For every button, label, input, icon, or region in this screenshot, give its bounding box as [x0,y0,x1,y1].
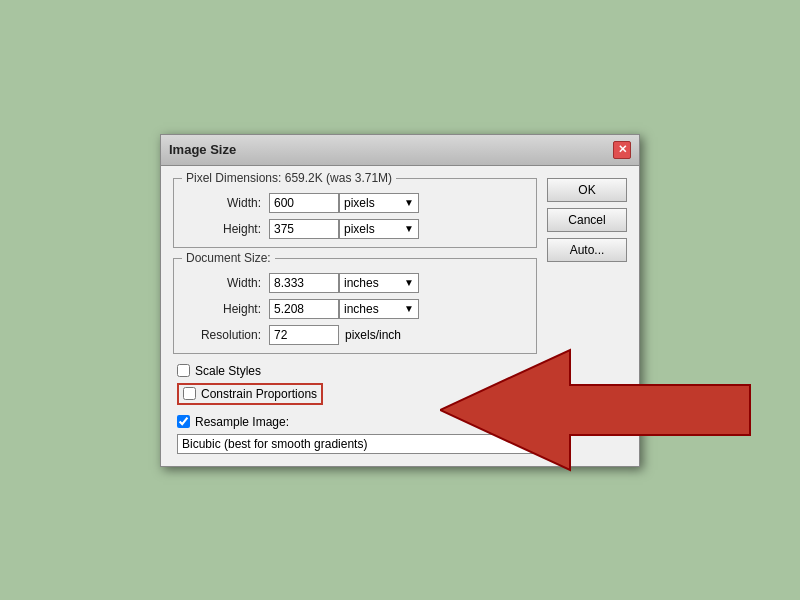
scale-styles-row: Scale Styles [177,364,533,378]
pixel-height-label: Height: [184,222,269,236]
constrain-proportions-checkbox[interactable] [183,387,196,400]
pixel-dimensions-legend: Pixel Dimensions: 659.2K (was 3.71M) [182,171,396,185]
constrain-proportions-wrapper: Constrain Proportions [177,383,533,410]
auto-button[interactable]: Auto... [547,238,627,262]
pixel-dimensions-group: Pixel Dimensions: 659.2K (was 3.71M) Wid… [173,178,537,248]
bottom-section: Scale Styles Constrain Proportions Resam… [173,364,537,454]
doc-width-label: Width: [184,276,269,290]
document-size-legend: Document Size: [182,251,275,265]
pixel-width-label: Width: [184,196,269,210]
doc-height-row: Height: inches ▼ [184,299,526,319]
resample-row: Resample Image: [177,415,533,429]
pixel-height-arrow: ▼ [398,223,414,234]
pixel-height-unit[interactable]: pixels ▼ [339,219,419,239]
pixel-width-unit[interactable]: pixels ▼ [339,193,419,213]
resample-method-arrow: ▼ [518,438,528,449]
constrain-proportions-row: Constrain Proportions [177,383,323,405]
resample-checkbox[interactable] [177,415,190,428]
image-size-dialog: Image Size ✕ Pixel Dimensions: 659.2K (w… [160,134,640,467]
dialog-left: Pixel Dimensions: 659.2K (was 3.71M) Wid… [173,178,537,454]
doc-width-unit[interactable]: inches ▼ [339,273,419,293]
dialog-titlebar: Image Size ✕ [161,135,639,166]
close-button[interactable]: ✕ [613,141,631,159]
doc-resolution-input[interactable] [269,325,339,345]
resample-method-dropdown[interactable]: Bicubic (best for smooth gradients) ▼ [177,434,533,454]
constrain-proportions-label: Constrain Proportions [201,387,317,401]
scale-styles-label: Scale Styles [195,364,261,378]
doc-height-input[interactable] [269,299,339,319]
document-size-group: Document Size: Width: inches ▼ Height: [173,258,537,354]
pixel-width-row: Width: pixels ▼ [184,193,526,213]
doc-height-arrow: ▼ [398,303,414,314]
pixel-width-arrow: ▼ [398,197,414,208]
pixel-height-row: Height: pixels ▼ [184,219,526,239]
doc-resolution-label: Resolution: [184,328,269,342]
doc-width-row: Width: inches ▼ [184,273,526,293]
outer-wrapper: Image Size ✕ Pixel Dimensions: 659.2K (w… [10,10,790,590]
ok-button[interactable]: OK [547,178,627,202]
doc-resolution-unit: pixels/inch [345,328,401,342]
dialog-body: Pixel Dimensions: 659.2K (was 3.71M) Wid… [161,166,639,466]
dialog-buttons: OK Cancel Auto... [547,178,627,454]
dialog-title: Image Size [169,142,236,157]
doc-width-input[interactable] [269,273,339,293]
pixel-width-input[interactable] [269,193,339,213]
resample-label: Resample Image: [195,415,289,429]
pixel-height-input[interactable] [269,219,339,239]
cancel-button[interactable]: Cancel [547,208,627,232]
doc-width-arrow: ▼ [398,277,414,288]
doc-height-label: Height: [184,302,269,316]
resample-method-label: Bicubic (best for smooth gradients) [182,437,367,451]
doc-height-unit[interactable]: inches ▼ [339,299,419,319]
doc-resolution-row: Resolution: pixels/inch [184,325,526,345]
scale-styles-checkbox[interactable] [177,364,190,377]
